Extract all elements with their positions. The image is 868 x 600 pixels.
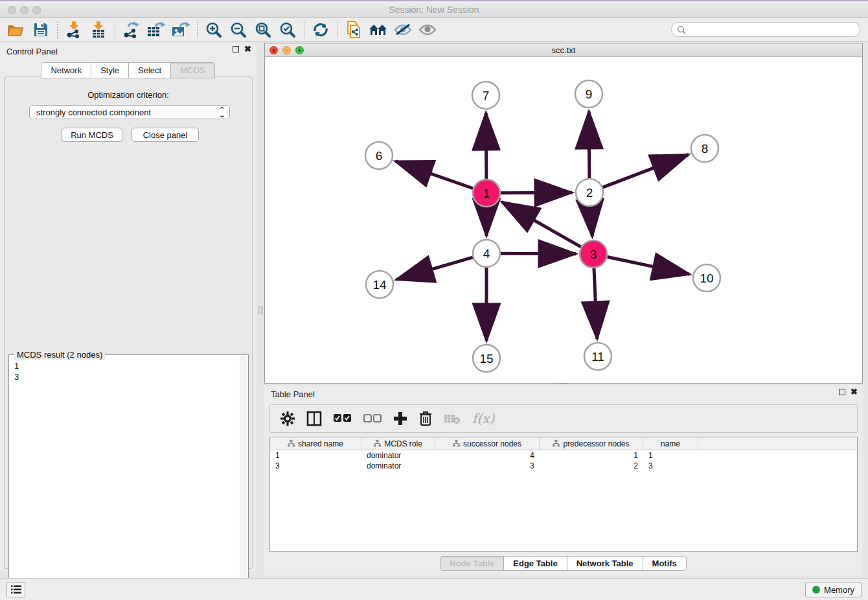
mcds-result-item: 1 [14, 360, 19, 371]
delete-column-button[interactable] [419, 411, 432, 426]
graph-node-label-14: 14 [372, 278, 387, 292]
table-toolbar: f(x) [269, 404, 858, 433]
column-header-name[interactable]: name [643, 437, 698, 450]
import-network-button[interactable] [62, 20, 86, 40]
vertical-splitter-handle[interactable] [258, 306, 263, 314]
graph-edge-4-14[interactable] [396, 257, 473, 279]
checked-boxes-icon [334, 414, 352, 423]
mcds-result-legend: MCDS result (2 nodes) [14, 350, 105, 360]
graph-edge-2-9[interactable] [589, 111, 589, 178]
table-row[interactable]: 3 dominator 3 2 3 [270, 461, 857, 471]
tab-select[interactable]: Select [128, 62, 171, 78]
table-tabs: Node Table Edge Table Network Table Moti… [264, 556, 863, 571]
memory-label: Memory [824, 585, 854, 595]
export-network-button[interactable] [119, 20, 144, 40]
control-panel-close-icon[interactable]: ✖ [244, 46, 251, 52]
search-input[interactable] [686, 24, 860, 36]
column-visibility-button[interactable] [306, 411, 322, 426]
graph-node-label-10: 10 [700, 271, 713, 285]
eye-slash-icon [394, 23, 412, 36]
graph-node-label-2: 2 [586, 186, 593, 200]
graph-edge-3-10[interactable] [608, 257, 690, 275]
export-table-button[interactable] [144, 20, 168, 40]
clone-network-button[interactable] [341, 20, 366, 40]
network-canvas[interactable]: 7968124314101511 [265, 57, 862, 383]
save-floppy-icon [34, 23, 48, 37]
trash-icon [419, 411, 432, 426]
graph-node-label-6: 6 [376, 149, 383, 163]
table-panel-float-icon[interactable] [839, 389, 845, 395]
zoom-selected-button[interactable] [275, 20, 300, 40]
column-header-predecessor-nodes[interactable]: predecessor nodes [540, 437, 643, 450]
network-view-window: x - + scc.txt 7968124314101511 [264, 43, 863, 384]
memory-button[interactable]: Memory [805, 582, 862, 597]
criterion-dropdown[interactable]: strongly connected component ⌃⌃ [29, 105, 230, 119]
node-table[interactable]: shared name MCDS role successor nodes pr… [269, 437, 858, 552]
graph-edge-1-7[interactable] [486, 113, 486, 179]
network-window-title: scc.txt [265, 45, 862, 55]
zoom-in-button[interactable] [201, 20, 226, 40]
show-all-button[interactable] [415, 20, 440, 40]
graph-edge-2-8[interactable] [603, 155, 689, 188]
delete-table-icon [444, 413, 461, 424]
graph-node-label-7: 7 [483, 89, 490, 102]
tab-network[interactable]: Network [41, 62, 91, 78]
tab-edge-table[interactable]: Edge Table [503, 556, 567, 571]
tab-node-table[interactable]: Node Table [440, 556, 504, 571]
open-file-button[interactable] [4, 20, 29, 40]
zoom-out-icon [230, 21, 247, 38]
tab-motifs[interactable]: Motifs [643, 556, 687, 571]
refresh-icon [312, 22, 329, 38]
import-table-icon [91, 21, 106, 38]
plus-icon [393, 411, 407, 426]
table-panel: Table Panel ✖ [264, 386, 863, 575]
save-session-button[interactable] [29, 20, 53, 40]
graph-edge-1-2[interactable] [501, 192, 572, 193]
dropdown-stepper-icon: ⌃⌃ [220, 107, 225, 117]
graph-edge-1-6[interactable] [395, 161, 473, 189]
tab-network-table[interactable]: Network Table [567, 556, 643, 571]
network-window-titlebar[interactable]: x - + scc.txt [265, 43, 862, 57]
zoom-fit-button[interactable] [251, 20, 275, 40]
graph-edge-3-11[interactable] [594, 268, 597, 339]
mcds-result-scrollbar[interactable] [240, 356, 247, 597]
tab-style[interactable]: Style [91, 62, 129, 78]
deselect-all-columns-button[interactable] [363, 414, 382, 423]
table-panel-title: Table Panel [271, 389, 315, 399]
graph-node-label-8: 8 [702, 142, 709, 156]
columns-icon [306, 411, 322, 426]
graph-node-label-9: 9 [586, 87, 593, 101]
task-history-button[interactable] [6, 582, 25, 597]
graph-edge-4-3[interactable] [501, 253, 576, 254]
table-row[interactable]: 1 dominator 4 1 1 [270, 450, 857, 461]
zoom-out-button[interactable] [226, 20, 251, 40]
table-settings-button[interactable] [280, 411, 295, 426]
control-panel-float-icon[interactable] [233, 46, 239, 52]
home-view-button[interactable] [366, 20, 391, 40]
export-image-button[interactable] [168, 20, 193, 40]
search-icon [677, 25, 686, 34]
status-bar: Memory [0, 578, 868, 600]
table-panel-close-icon[interactable]: ✖ [851, 389, 858, 395]
import-table-button[interactable] [86, 20, 111, 40]
graph-edge-2-3[interactable] [590, 207, 592, 237]
global-search-field[interactable] [671, 22, 860, 37]
hide-selected-button[interactable] [391, 20, 415, 40]
column-header-successor-nodes[interactable]: successor nodes [435, 437, 540, 450]
graph-edge-3-1[interactable] [501, 202, 580, 247]
optimization-criterion-label: Optimization criterion: [5, 90, 252, 100]
export-network-icon [123, 21, 140, 38]
add-column-button[interactable] [393, 411, 407, 426]
select-all-columns-button[interactable] [334, 414, 352, 423]
mcds-result-list[interactable]: 1 3 [14, 360, 19, 382]
column-header-shared-name[interactable]: shared name [270, 437, 361, 450]
tab-mcds[interactable]: MCDS [170, 62, 214, 78]
run-mcds-button[interactable]: Run MCDS [62, 128, 122, 142]
refresh-layout-button[interactable] [308, 20, 333, 40]
column-header-mcds-role[interactable]: MCDS role [361, 437, 435, 450]
network-graph[interactable]: 7968124314101511 [265, 57, 862, 383]
graph-node-label-15: 15 [479, 352, 493, 365]
criterion-value: strongly connected component [36, 108, 151, 117]
node-table-header: shared name MCDS role successor nodes pr… [270, 437, 857, 450]
close-panel-button[interactable]: Close panel [131, 128, 199, 142]
